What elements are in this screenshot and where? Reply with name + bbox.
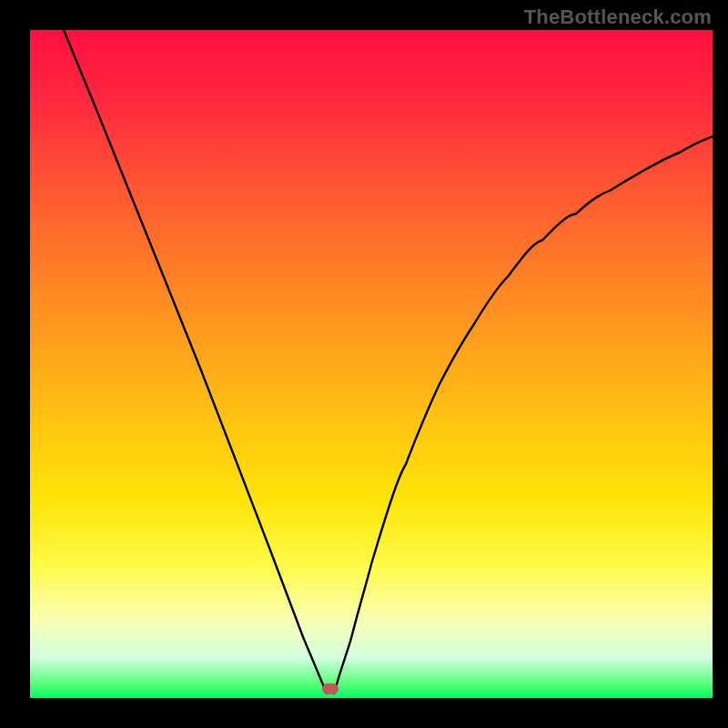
curve-right-branch [334,136,713,693]
chart-frame: TheBottleneck.com [0,0,728,728]
bottleneck-curve [30,30,713,698]
plot-area [30,30,713,698]
curve-left-branch [64,30,327,693]
watermark-text: TheBottleneck.com [524,5,712,29]
optimal-marker [322,683,339,694]
